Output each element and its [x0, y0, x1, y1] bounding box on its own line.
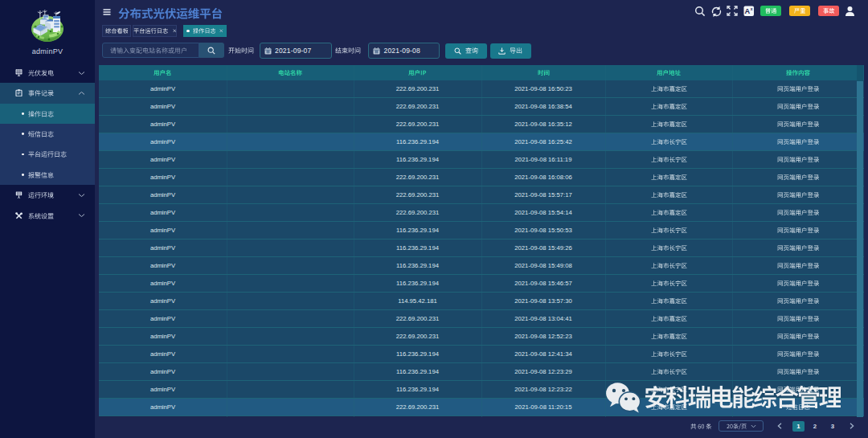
svg-text:x: x [751, 7, 753, 11]
svg-text:A: A [745, 7, 751, 15]
